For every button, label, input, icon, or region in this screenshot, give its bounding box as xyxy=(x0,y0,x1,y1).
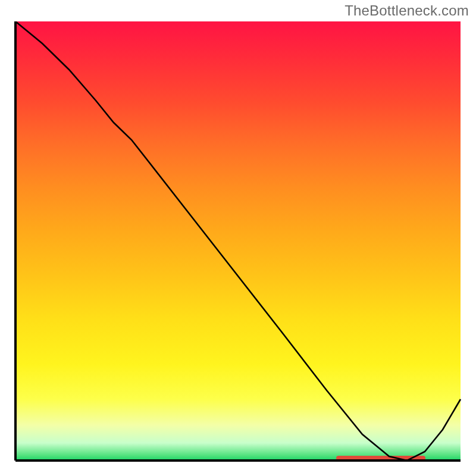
curve-line xyxy=(15,21,461,461)
chart-svg xyxy=(13,21,463,463)
plot-area xyxy=(13,21,463,463)
chart-container: TheBottleneck.com xyxy=(0,0,476,476)
watermark-text: TheBottleneck.com xyxy=(345,2,469,19)
